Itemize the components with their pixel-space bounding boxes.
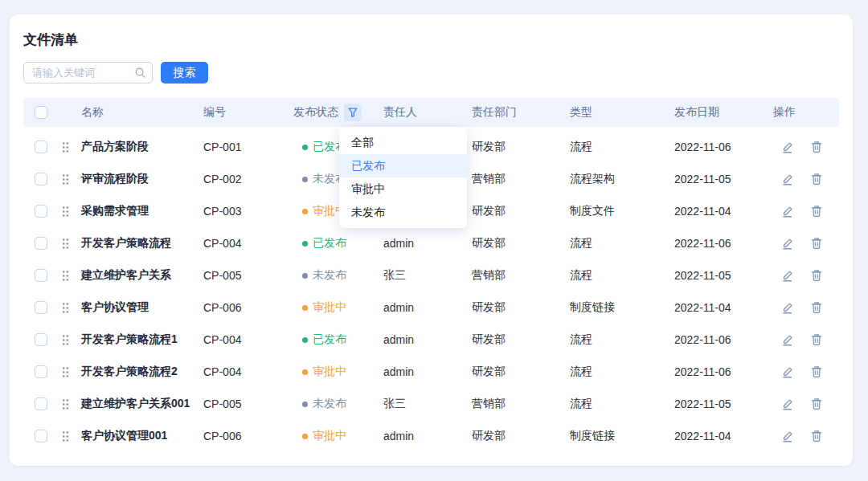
- filter-option[interactable]: 审批中: [339, 177, 467, 201]
- drag-handle-icon[interactable]: [62, 398, 69, 410]
- status-dot-icon: [302, 434, 308, 439]
- table-row: 开发客户策略流程1 CP-004 已发布 admin 研发部 流程 2022-1…: [23, 324, 839, 356]
- delete-button[interactable]: [809, 300, 824, 315]
- drag-handle-icon[interactable]: [62, 334, 69, 346]
- table-row: 建立维护客户关系001 CP-005 未发布 张三 营销部 流程 2022-11…: [23, 388, 839, 420]
- status-label: 审批中: [313, 429, 346, 443]
- delete-button[interactable]: [809, 332, 824, 347]
- status-badge: 审批中: [293, 365, 346, 379]
- drag-handle-icon[interactable]: [62, 430, 69, 442]
- delete-button[interactable]: [809, 429, 824, 443]
- delete-icon: [809, 172, 824, 186]
- search-button[interactable]: 搜索: [161, 62, 208, 84]
- search-icon: [134, 67, 146, 79]
- row-checkbox[interactable]: [35, 301, 47, 314]
- cell-type: 流程: [567, 236, 671, 251]
- edit-button[interactable]: [780, 332, 795, 347]
- drag-handle-icon[interactable]: [62, 302, 69, 314]
- edit-button[interactable]: [780, 204, 795, 218]
- delete-icon: [809, 300, 824, 315]
- column-header-code: 编号: [200, 105, 290, 120]
- filter-option[interactable]: 全部: [339, 131, 467, 154]
- cell-date: 2022-11-04: [671, 205, 768, 218]
- status-dot-icon: [302, 273, 308, 279]
- cell-code: CP-004: [200, 365, 290, 378]
- cell-person: 张三: [380, 397, 469, 411]
- delete-button[interactable]: [809, 268, 824, 283]
- drag-handle-icon[interactable]: [62, 173, 69, 185]
- cell-dept: 研发部: [469, 204, 567, 218]
- status-badge: 审批中: [293, 300, 346, 315]
- table-row: 建立维护客户关系 CP-005 未发布 张三 营销部 流程 2022-11-05: [23, 259, 839, 291]
- search-box[interactable]: [23, 62, 153, 84]
- row-checkbox[interactable]: [35, 205, 47, 218]
- row-checkbox[interactable]: [35, 141, 47, 153]
- column-header-status: 发布状态: [290, 104, 380, 121]
- page-title: 文件清单: [23, 32, 839, 48]
- delete-icon: [809, 365, 824, 379]
- edit-icon: [780, 268, 795, 283]
- row-checkbox[interactable]: [35, 365, 47, 378]
- table-row: 开发客户策略流程2 CP-004 审批中 admin 研发部 流程 2022-1…: [23, 356, 839, 388]
- drag-handle-icon[interactable]: [62, 238, 69, 250]
- cell-name: 开发客户策略流程1: [78, 332, 200, 347]
- edit-icon: [780, 300, 795, 315]
- status-dot-icon: [302, 177, 308, 182]
- row-checkbox[interactable]: [35, 237, 47, 250]
- delete-button[interactable]: [809, 172, 824, 186]
- delete-button[interactable]: [809, 236, 824, 251]
- delete-button[interactable]: [809, 397, 824, 411]
- cell-date: 2022-11-05: [671, 397, 768, 410]
- status-label: 审批中: [313, 300, 346, 315]
- edit-icon: [780, 365, 795, 379]
- cell-type: 制度链接: [567, 300, 671, 315]
- cell-name: 建立维护客户关系001: [78, 397, 200, 411]
- filter-option[interactable]: 已发布: [339, 154, 467, 177]
- cell-dept: 研发部: [469, 332, 567, 347]
- edit-icon: [780, 236, 795, 251]
- edit-button[interactable]: [780, 365, 795, 379]
- status-header-label: 发布状态: [293, 105, 338, 120]
- status-filter-button[interactable]: [344, 104, 362, 121]
- edit-button[interactable]: [780, 397, 795, 411]
- drag-handle-icon[interactable]: [62, 366, 69, 378]
- edit-icon: [780, 140, 795, 154]
- status-dot-icon: [302, 305, 308, 311]
- column-header-date: 发布日期: [671, 105, 768, 120]
- cell-dept: 营销部: [469, 268, 567, 283]
- select-all-checkbox[interactable]: [35, 106, 47, 119]
- row-checkbox[interactable]: [35, 173, 47, 185]
- cell-name: 客户协议管理001: [78, 429, 200, 443]
- delete-icon: [809, 204, 824, 218]
- drag-handle-icon[interactable]: [62, 141, 69, 153]
- delete-button[interactable]: [809, 365, 824, 379]
- cell-code: CP-002: [200, 173, 290, 185]
- cell-date: 2022-11-06: [671, 333, 768, 346]
- cell-name: 开发客户策略流程2: [78, 365, 200, 379]
- edit-button[interactable]: [780, 429, 795, 443]
- status-badge: 审批中: [293, 429, 346, 443]
- drag-handle-icon[interactable]: [62, 270, 69, 282]
- cell-name: 开发客户策略流程: [78, 236, 200, 251]
- cell-dept: 研发部: [469, 236, 567, 251]
- edit-button[interactable]: [780, 140, 795, 154]
- edit-button[interactable]: [780, 172, 795, 186]
- edit-button[interactable]: [780, 300, 795, 315]
- edit-button[interactable]: [780, 236, 795, 251]
- cell-type: 流程: [567, 365, 671, 379]
- edit-icon: [780, 172, 795, 186]
- edit-button[interactable]: [780, 268, 795, 283]
- column-header-ops: 操作: [768, 105, 839, 120]
- row-checkbox[interactable]: [35, 397, 47, 410]
- delete-button[interactable]: [809, 204, 824, 218]
- row-checkbox[interactable]: [35, 269, 47, 282]
- status-dot-icon: [302, 402, 308, 407]
- drag-handle-icon[interactable]: [62, 206, 69, 218]
- filter-option[interactable]: 未发布: [339, 201, 467, 224]
- row-checkbox[interactable]: [35, 333, 47, 346]
- cell-person: admin: [380, 237, 469, 250]
- search-input[interactable]: [23, 62, 153, 84]
- delete-button[interactable]: [809, 140, 824, 154]
- edit-icon: [780, 429, 795, 443]
- row-checkbox[interactable]: [35, 430, 47, 442]
